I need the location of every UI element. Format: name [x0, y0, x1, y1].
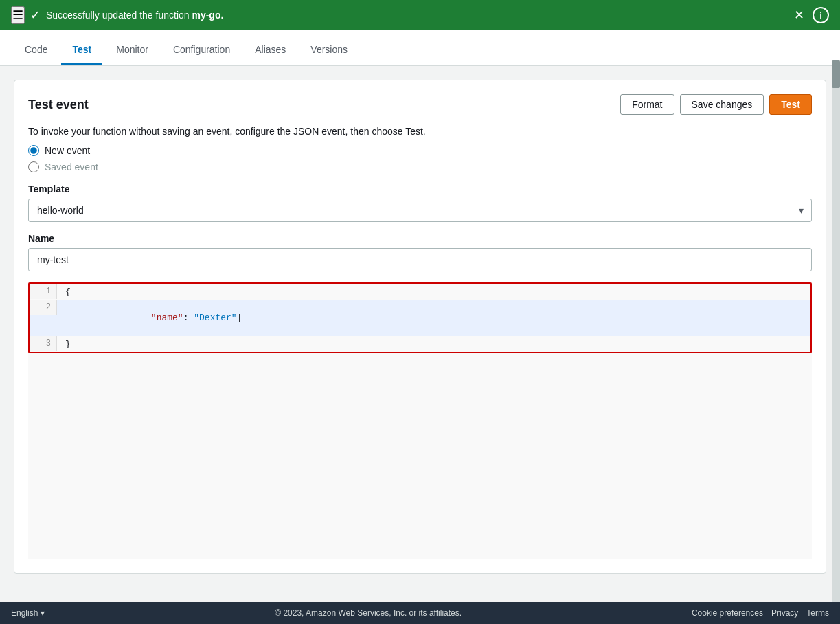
- privacy-link[interactable]: Privacy: [771, 608, 798, 618]
- test-button[interactable]: Test: [769, 94, 812, 115]
- bottom-bar: English ▾ © 2023, Amazon Web Services, I…: [0, 602, 840, 624]
- panel-actions: Format Save changes Test: [620, 94, 812, 115]
- radio-group: New event Saved event: [28, 145, 812, 172]
- code-line-2: 2 "name": "Dexter"|: [30, 300, 810, 336]
- save-changes-button[interactable]: Save changes: [680, 94, 764, 115]
- right-scrollbar[interactable]: [832, 60, 840, 602]
- language-dropdown-icon: ▾: [41, 608, 45, 618]
- line-number-2: 2: [30, 300, 57, 315]
- notification-right: ✕ i: [794, 7, 829, 23]
- notification-bar: ☰ ✓ Successfully updated the function my…: [0, 0, 840, 30]
- json-value-name: "Dexter": [194, 313, 236, 323]
- tab-aliases[interactable]: Aliases: [244, 36, 297, 65]
- tab-test[interactable]: Test: [61, 36, 102, 65]
- notification-left: ☰ ✓ Successfully updated the function my…: [11, 6, 223, 24]
- name-field: Name: [28, 233, 812, 282]
- language-selector[interactable]: English ▾: [11, 608, 45, 618]
- editor-footer: [28, 353, 812, 559]
- notification-close-button[interactable]: ✕: [794, 8, 804, 23]
- tab-versions[interactable]: Versions: [299, 36, 359, 65]
- scrollbar-thumb[interactable]: [832, 60, 840, 88]
- footer-links: Cookie preferences Privacy Terms: [692, 608, 829, 618]
- page-wrapper: Code Test Monitor Configuration Aliases …: [0, 30, 840, 624]
- info-icon[interactable]: i: [813, 7, 829, 23]
- language-label: English: [11, 608, 38, 618]
- radio-saved-event[interactable]: Saved event: [28, 161, 812, 172]
- cookie-preferences-link[interactable]: Cookie preferences: [692, 608, 763, 618]
- line-content-3: }: [57, 336, 810, 352]
- radio-new-event-input[interactable]: [28, 145, 39, 156]
- description-text: To invoke your function without saving a…: [28, 126, 812, 137]
- json-key-name: "name": [130, 313, 183, 323]
- tab-configuration[interactable]: Configuration: [162, 36, 241, 65]
- panel-header: Test event Format Save changes Test: [28, 94, 812, 115]
- radio-new-event[interactable]: New event: [28, 145, 812, 156]
- line-number-1: 1: [30, 284, 57, 299]
- json-colon: :: [183, 313, 194, 323]
- template-label: Template: [28, 183, 812, 194]
- format-button[interactable]: Format: [620, 94, 674, 115]
- success-check-icon: ✓: [30, 8, 41, 23]
- notification-message: Successfully updated the function my-go.: [46, 10, 223, 21]
- menu-icon[interactable]: ☰: [11, 6, 25, 24]
- line-content-1: {: [57, 284, 810, 300]
- radio-saved-event-label: Saved event: [45, 161, 98, 172]
- tabs-container: Code Test Monitor Configuration Aliases …: [0, 30, 840, 66]
- template-select-wrapper: hello-worldapigateway-aws-proxycloudwatc…: [28, 199, 812, 222]
- panel-title: Test event: [28, 98, 89, 112]
- name-input[interactable]: [28, 248, 812, 271]
- radio-new-event-label: New event: [45, 145, 90, 156]
- copyright-text: © 2023, Amazon Web Services, Inc. or its…: [275, 608, 462, 618]
- cursor: |: [237, 313, 242, 323]
- tab-monitor[interactable]: Monitor: [105, 36, 159, 65]
- radio-saved-event-input[interactable]: [28, 161, 39, 172]
- template-field: Template hello-worldapigateway-aws-proxy…: [28, 183, 812, 222]
- content-area: Test event Format Save changes Test To i…: [0, 66, 840, 624]
- code-line-3: 3 }: [30, 336, 810, 352]
- test-event-panel: Test event Format Save changes Test To i…: [14, 80, 826, 574]
- line-content-2: "name": "Dexter"|: [57, 300, 810, 336]
- name-label: Name: [28, 233, 812, 244]
- code-line-1: 1 {: [30, 284, 810, 300]
- code-editor[interactable]: 1 { 2 "name": "Dexter"| 3 }: [28, 282, 812, 353]
- line-number-3: 3: [30, 336, 57, 351]
- tab-code[interactable]: Code: [14, 36, 58, 65]
- template-select[interactable]: hello-worldapigateway-aws-proxycloudwatc…: [28, 199, 812, 222]
- terms-link[interactable]: Terms: [806, 608, 829, 618]
